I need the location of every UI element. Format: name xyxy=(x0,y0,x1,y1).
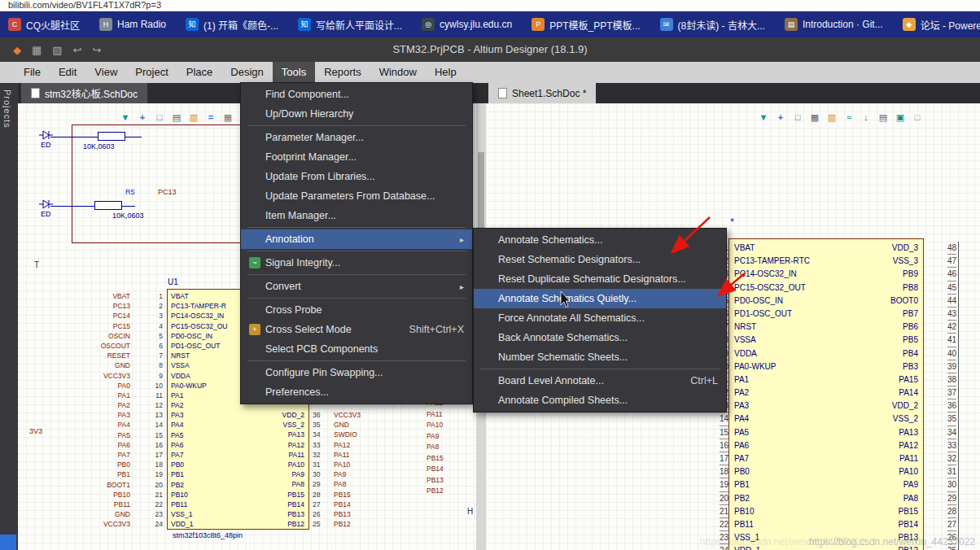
add-icon[interactable]: + xyxy=(774,111,787,124)
pin-net-label[interactable]: SWDIO xyxy=(334,430,378,439)
filter-icon[interactable]: ▼ xyxy=(119,111,132,124)
pin-net-label[interactable]: OSCOUT xyxy=(101,341,130,351)
pin-net-label[interactable]: PA6 xyxy=(118,440,130,450)
pin-net-label[interactable]: PB15 xyxy=(334,490,378,500)
pin-net-label[interactable]: PA9 xyxy=(334,469,378,479)
bookmark-forum[interactable]: ◆ 论坛 - Powered... xyxy=(903,18,980,32)
filter-icon[interactable]: ▼ xyxy=(757,111,770,124)
select-region-icon[interactable]: □ xyxy=(791,111,804,124)
select-region-icon[interactable]: □ xyxy=(153,111,166,124)
pin-net-label[interactable]: PA1 xyxy=(118,391,130,400)
net-label[interactable]: PA9 xyxy=(427,431,461,443)
projects-panel-strip[interactable]: Projects xyxy=(0,83,18,550)
menu-view[interactable]: View xyxy=(85,62,126,83)
pin-net-label[interactable]: PC14 xyxy=(113,311,130,321)
pin-net-label[interactable]: PA2 xyxy=(118,400,130,410)
pin-net-label[interactable]: PC13 xyxy=(113,301,130,311)
net-label[interactable]: PB14 xyxy=(427,464,461,475)
menu-item-number-schematic-sheets[interactable]: Number Schematic Sheets... xyxy=(474,347,726,367)
menu-reports[interactable]: Reports xyxy=(315,62,370,83)
columns-icon[interactable]: ▥ xyxy=(187,111,200,124)
pin-net-label[interactable]: PB0 xyxy=(117,460,130,469)
led-symbol[interactable] xyxy=(39,199,54,210)
pin-net-label[interactable]: PA10 xyxy=(334,460,378,469)
pin-net-label[interactable]: VCC3V3 xyxy=(103,519,130,529)
pin-net-label[interactable]: PA11 xyxy=(334,450,378,460)
menu-item-reset-duplicate-schematic-designators[interactable]: Reset Duplicate Schematic Designators... xyxy=(474,269,726,289)
pin-net-label[interactable]: PB1 xyxy=(117,469,130,479)
pin-net-label[interactable]: OSCIN xyxy=(108,331,130,341)
menu-item-back-annotate-schematics[interactable]: Back Annotate Schematics... xyxy=(474,328,726,347)
menu-item-configure-pin-swapping[interactable]: Configure Pin Swapping... xyxy=(241,363,472,382)
menu-item-annotate-compiled-sheets[interactable]: Annotate Compiled Sheets... xyxy=(474,391,726,410)
pin-net-label[interactable]: PB12 xyxy=(334,519,378,529)
menu-item-annotate-schematics[interactable]: Annotate Schematics... xyxy=(474,230,726,250)
pin-net-label[interactable]: PA3 xyxy=(118,410,130,420)
menu-item-update-from-libraries[interactable]: Update From Libraries... xyxy=(241,167,472,186)
pin-net-label[interactable]: GND xyxy=(115,360,130,370)
align-icon[interactable]: = xyxy=(204,111,217,124)
pin-net-label[interactable]: GND xyxy=(334,420,378,430)
pin-net-label[interactable]: PC15 xyxy=(113,321,130,331)
net-label[interactable]: PA11 xyxy=(427,409,461,421)
menu-item-footprint-manager[interactable]: Footprint Manager... xyxy=(241,147,472,167)
menu-item-annotate-schematics-quietly[interactable]: Annotate Schematics Quietly... xyxy=(474,289,726,308)
net-label[interactable]: PA10 xyxy=(427,420,461,431)
bookmark-git[interactable]: ▤ Introduction · Git... xyxy=(785,18,883,31)
menu-item-board-level-annotate[interactable]: Board Level Annotate...Ctrl+L xyxy=(474,371,726,391)
menu-file[interactable]: File xyxy=(15,62,50,83)
net-label[interactable]: PA8 xyxy=(427,442,461,453)
bookmark-cq-ham[interactable]: C CQ火腿社区 xyxy=(8,18,80,32)
menu-item-select-pcb-components[interactable]: Select PCB Components xyxy=(241,339,472,359)
menu-design[interactable]: Design xyxy=(221,62,272,83)
menu-window[interactable]: Window xyxy=(370,62,426,83)
menu-item-convert[interactable]: Convert▸ xyxy=(241,277,472,296)
pin-net-label[interactable]: PB14 xyxy=(334,500,378,509)
net-label[interactable]: PB12 xyxy=(427,486,461,497)
pin-net-label[interactable]: PB10 xyxy=(113,490,130,500)
menu-item-reset-schematic-designators[interactable]: Reset Schematic Designators... xyxy=(474,250,726,269)
pin-net-label[interactable]: PA8 xyxy=(334,479,378,489)
pin-net-label[interactable]: RESET xyxy=(107,351,130,360)
bookmark-ppt[interactable]: P PPT模板_PPT模板... xyxy=(532,18,640,32)
pin-net-label[interactable]: GND xyxy=(115,509,130,519)
pages-icon[interactable]: ▦ xyxy=(808,111,821,124)
tab-stm32-schdoc[interactable]: stm32核心板.SchDoc xyxy=(21,83,147,103)
browser-url[interactable]: bilibili.com/video/BV1FL4T1X7dR?p=3 xyxy=(0,0,980,11)
menu-item-update-parameters-from-database[interactable]: Update Parameters From Database... xyxy=(241,186,472,206)
menu-item-force-annotate-all-schematics[interactable]: Force Annotate All Schematics... xyxy=(474,308,726,328)
taskbar-button[interactable] xyxy=(0,535,16,550)
net-label[interactable]: PB13 xyxy=(427,475,461,487)
pin-net-label[interactable]: PA0 xyxy=(118,381,130,391)
bookmark-zhihu-unbox[interactable]: 知 (1) 开箱《颜色-... xyxy=(186,18,278,32)
pin-net-label[interactable]: PA7 xyxy=(118,450,130,460)
pin-net-label[interactable]: VCC3V3 xyxy=(103,371,130,381)
columns-icon[interactable]: ▥ xyxy=(825,111,838,124)
pin-net-label[interactable]: VBAT xyxy=(112,291,130,301)
pin-net-label[interactable]: PA12 xyxy=(334,440,378,450)
menu-place[interactable]: Place xyxy=(177,62,222,83)
document-icon[interactable]: □ xyxy=(911,111,924,124)
waves-icon[interactable]: ≈ xyxy=(842,111,855,124)
monitor-icon[interactable]: ▣ xyxy=(894,111,907,124)
pin-net-label[interactable]: PA5 xyxy=(118,430,130,440)
menu-item-item-manager[interactable]: Item Manager... xyxy=(241,206,472,225)
download-icon[interactable]: ↓ xyxy=(860,111,873,124)
tab-sheet1-schdoc[interactable]: Sheet1.SchDoc * xyxy=(488,83,596,103)
pages-icon[interactable]: ▦ xyxy=(221,111,234,124)
menu-tools[interactable]: Tools xyxy=(273,62,315,83)
menu-project[interactable]: Project xyxy=(126,62,177,83)
pin-net-label[interactable]: PA4 xyxy=(118,420,130,430)
document-icon[interactable]: ▤ xyxy=(170,111,183,124)
bookmark-ham-radio[interactable]: H Ham Radio xyxy=(99,18,166,31)
resistor-symbol[interactable] xyxy=(98,132,125,141)
pin-net-label[interactable]: PB13 xyxy=(334,509,378,519)
report-icon[interactable]: ▤ xyxy=(877,111,890,124)
bookmark-mail[interactable]: ✉ (8封未读) - 吉林大... xyxy=(660,18,765,32)
menu-item-preferences[interactable]: Preferences... xyxy=(241,382,472,402)
resistor-symbol[interactable] xyxy=(94,201,122,210)
net-label[interactable]: PB15 xyxy=(427,453,461,465)
menu-item-cross-select-mode[interactable]: +Cross Select ModeShift+Ctrl+X xyxy=(241,320,472,339)
menu-edit[interactable]: Edit xyxy=(50,62,85,83)
menu-item-up-down-hierarchy[interactable]: Up/Down Hierarchy xyxy=(241,104,472,124)
